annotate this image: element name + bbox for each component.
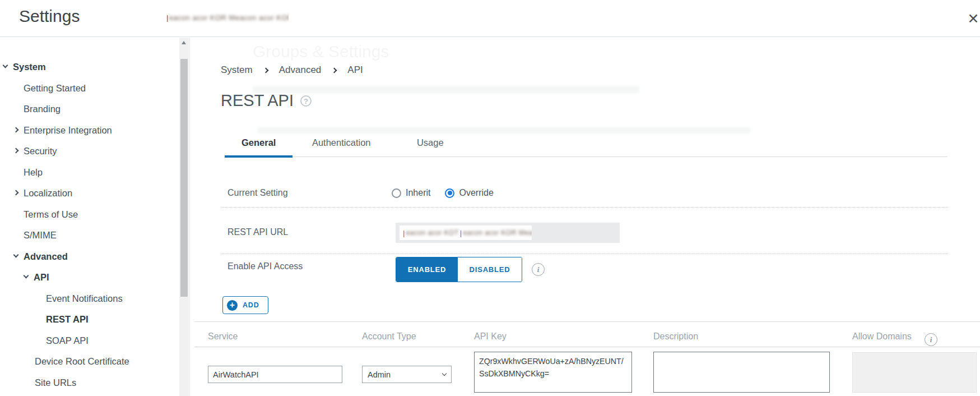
sidebar-item-device-root-certificate[interactable]: Device Root Certificate (0, 356, 129, 367)
chevron-down-icon (13, 252, 19, 258)
selector-masked-value: eacon acor KOR Meacon acor KOR Meaco (169, 13, 289, 22)
sidebar-item-enterprise-integration[interactable]: Enterprise Integration (0, 125, 112, 136)
service-input[interactable] (208, 366, 342, 383)
page-title-settings: Settings (19, 7, 80, 26)
help-icon[interactable]: ? (300, 95, 312, 107)
sidebar-item-soap-api[interactable]: SOAP API (0, 335, 89, 346)
rest-api-url-field: | eacon acor KOT | eacon acor KOR Meacon… (396, 223, 620, 243)
page-title: REST API? (221, 91, 312, 110)
sidebar-item-branding[interactable]: Branding (0, 104, 61, 114)
scrollbar-thumb[interactable] (180, 59, 188, 297)
radio-inherit[interactable] (392, 188, 401, 198)
rest-api-settings-panel: Groups & Settings System Advanced API RE… (189, 38, 980, 396)
enable-api-access-toggle: ENABLED DISABLED (396, 257, 522, 282)
sidebar-item-rest-api[interactable]: REST API (0, 314, 88, 325)
chevron-down-icon (24, 273, 29, 279)
sidebar-item-help[interactable]: Help (0, 167, 43, 178)
allow-domains-disabled-field (852, 352, 977, 393)
rest-api-url-masked-value: | eacon acor KOT | eacon acor KOR Meacon… (400, 225, 532, 240)
background-ghost-title: Groups & Settings (253, 42, 389, 61)
close-icon[interactable]: ✕ (965, 10, 980, 27)
api-key-textarea[interactable]: ZQr9xWkhvGERWoUa+zA/hBNyzEUNT/SsDkXBMNyC… (474, 352, 632, 393)
sidebar-item-advanced[interactable]: Advanced (0, 251, 68, 262)
radio-override-label[interactable]: Override (459, 188, 493, 198)
sidebar-item-getting-started[interactable]: Getting Started (0, 83, 86, 94)
plus-circle-icon: + (227, 300, 238, 311)
settings-header: Settings | eacon acor KOR Meacon acor KO… (0, 0, 980, 37)
scrollbar-up-arrow-icon[interactable] (179, 38, 189, 48)
sidebar-scrollbar[interactable] (179, 38, 189, 396)
column-header-service: Service (208, 331, 238, 342)
account-type-select[interactable]: Admin (362, 366, 452, 383)
description-textarea[interactable] (653, 352, 830, 393)
rest-api-url-label: REST API URL (227, 227, 288, 237)
row-divider (222, 207, 948, 208)
tab-authentication[interactable]: Authentication (295, 137, 388, 158)
row-divider (222, 254, 948, 254)
toggle-disabled-button[interactable]: DISABLED (458, 257, 522, 282)
tab-bar: General Authentication Usage (225, 137, 948, 157)
organization-group-selector[interactable]: | eacon acor KOR Meacon acor KOR Meaco l… (161, 7, 289, 28)
tab-general[interactable]: General (225, 137, 292, 158)
sidebar-item-s-mime[interactable]: S/MIME (0, 230, 57, 241)
chevron-right-icon (13, 190, 19, 196)
sidebar-item-site-urls[interactable]: Site URLs (0, 377, 76, 388)
sidebar-item-terms-of-use[interactable]: Terms of Use (0, 209, 78, 220)
breadcrumb-system[interactable]: System (221, 65, 253, 76)
info-icon[interactable]: i (532, 263, 545, 276)
current-setting-radio-group: Inherit Override (392, 188, 508, 198)
radio-inherit-label[interactable]: Inherit (406, 188, 430, 198)
column-header-api-key: API Key (474, 331, 507, 342)
sidebar-item-system[interactable]: System (0, 62, 46, 72)
current-setting-label: Current Setting (227, 188, 288, 198)
chevron-right-icon (263, 67, 268, 73)
settings-nav-sidebar: SystemGetting StartedBrandingEnterprise … (0, 38, 179, 396)
breadcrumb: System Advanced API (221, 65, 363, 76)
add-button[interactable]: + ADD (222, 296, 268, 314)
sidebar-item-event-notifications[interactable]: Event Notifications (0, 293, 123, 304)
chevron-right-icon (13, 127, 19, 133)
column-header-allow-domains: Allow Domains (852, 331, 912, 342)
breadcrumb-advanced[interactable]: Advanced (279, 65, 322, 76)
sidebar-item-api[interactable]: API (0, 272, 49, 283)
account-type-value: Admin (368, 370, 391, 379)
chevron-right-icon (332, 67, 337, 73)
toggle-enabled-button[interactable]: ENABLED (396, 257, 458, 282)
chevron-right-icon (13, 148, 19, 154)
sidebar-item-security[interactable]: Security (0, 146, 57, 156)
table-top-border (194, 321, 980, 322)
radio-override[interactable] (445, 188, 454, 198)
text-cursor: | (166, 13, 168, 22)
breadcrumb-api[interactable]: API (347, 65, 363, 76)
chevron-down-icon (3, 63, 8, 68)
tab-usage[interactable]: Usage (400, 137, 461, 158)
background-ghost-line (257, 127, 750, 133)
allow-domains-info-icon[interactable]: i (925, 333, 937, 346)
column-header-description: Description (653, 331, 698, 342)
sidebar-item-localization[interactable]: Localization (0, 188, 72, 199)
column-header-account-type: Account Type (362, 331, 416, 342)
table-header-border (194, 347, 980, 347)
enable-api-access-label: Enable API Access (227, 261, 303, 271)
chevron-down-icon (442, 371, 447, 376)
